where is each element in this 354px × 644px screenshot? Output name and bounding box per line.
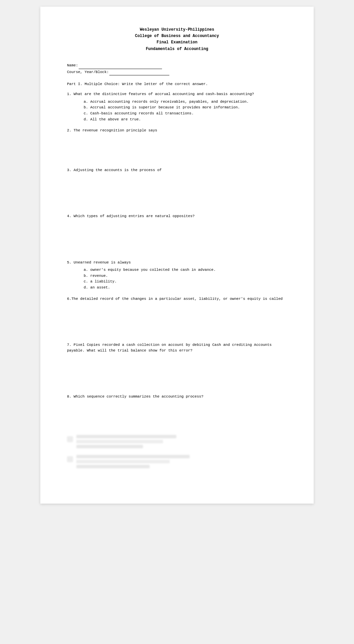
question-6: 6.The detailed record of the changes in … <box>67 296 287 337</box>
exam-type: Final Examination <box>67 39 287 46</box>
q1-number: 1. <box>67 92 74 96</box>
q4-answer-space <box>67 221 287 254</box>
q1-content: What are the distinctive features of acc… <box>74 92 254 96</box>
q1-choice-c: c. Cash-basis accounting records all tra… <box>84 111 287 117</box>
q5-choice-d: d. an asset. <box>84 285 287 291</box>
question-8: 8. Which sequence correctly summarizes t… <box>67 394 287 428</box>
question-7: 7. Pixel Copies recorded a cash collecti… <box>67 342 287 389</box>
course-label: Course, Year/Block: <box>67 69 109 76</box>
q8-answer-space <box>67 402 287 428</box>
q1-choice-a: a. Accrual accounting records only recei… <box>84 99 287 105</box>
question-8-text: 8. Which sequence correctly summarizes t… <box>67 394 287 400</box>
q2-content: The revenue recognition principle says <box>74 128 157 132</box>
course-field-row: Course, Year/Block: <box>67 69 287 76</box>
question-1-text: 1. What are the distinctive features of … <box>67 91 287 97</box>
college-name: College of Business and Accountancy <box>67 33 287 39</box>
q2-answer-space <box>67 135 287 162</box>
question-2: 2. The revenue recognition principle say… <box>67 128 287 162</box>
subject-name: Fundamentals of Accounting <box>67 46 287 52</box>
exam-header: Wesleyan University-Philippines College … <box>67 27 287 52</box>
q5-content: Unearned revenue is always <box>74 260 131 264</box>
q7-content: Pixel Copies recorded a cash collection … <box>67 343 272 353</box>
q2-number: 2. <box>67 128 74 132</box>
q5-choice-b: b. revenue. <box>84 273 287 279</box>
q8-content: Which sequence correctly summarizes the … <box>74 395 203 399</box>
q3-answer-space <box>67 175 287 208</box>
q1-choices: a. Accrual accounting records only recei… <box>84 99 287 122</box>
blurred-content-1 <box>67 435 287 468</box>
question-2-text: 2. The revenue recognition principle say… <box>67 128 287 133</box>
q1-choice-d: d. All the above are true. <box>84 117 287 123</box>
q5-choice-a: a. owner's equity because you collected … <box>84 267 287 273</box>
question-7-text: 7. Pixel Copies recorded a cash collecti… <box>67 342 287 353</box>
q4-number: 4. <box>67 214 74 218</box>
q3-number: 3. <box>67 168 74 172</box>
q3-content: Adjusting the accounts is the process of <box>74 168 162 172</box>
student-fields: Name: Course, Year/Block: <box>67 62 287 76</box>
q7-number: 7. <box>67 343 74 347</box>
course-underline <box>109 71 169 75</box>
exam-page: Wesleyan University-Philippines College … <box>40 7 314 504</box>
question-5-text: 5. Unearned revenue is always <box>67 260 287 265</box>
q5-number: 5. <box>67 260 74 264</box>
name-underline <box>79 64 162 69</box>
q6-number: 6. <box>67 297 71 301</box>
question-6-text: 6.The detailed record of the changes in … <box>67 296 287 302</box>
q5-choice-c: c. a liability. <box>84 279 287 285</box>
question-3: 3. Adjusting the accounts is the process… <box>67 167 287 208</box>
q5-choices: a. owner's equity because you collected … <box>84 267 287 290</box>
q8-number: 8. <box>67 395 74 399</box>
question-5: 5. Unearned revenue is always a. owner's… <box>67 260 287 291</box>
name-label: Name: <box>67 62 78 69</box>
q4-content: Which types of adjusting entries are nat… <box>74 214 195 218</box>
university-name: Wesleyan University-Philippines <box>67 27 287 33</box>
question-4-text: 4. Which types of adjusting entries are … <box>67 213 287 219</box>
q6-answer-space <box>67 303 287 337</box>
question-4: 4. Which types of adjusting entries are … <box>67 213 287 254</box>
q6-content: The detailed record of the changes in a … <box>71 297 283 301</box>
question-1: 1. What are the distinctive features of … <box>67 91 287 122</box>
part1-title: Part I. Multiple Choice: Write the lette… <box>67 82 287 86</box>
q1-choice-b: b. Accrual accounting is superior becaus… <box>84 105 287 111</box>
name-field-row: Name: <box>67 62 287 69</box>
q7-answer-space <box>67 355 287 389</box>
question-3-text: 3. Adjusting the accounts is the process… <box>67 167 287 173</box>
